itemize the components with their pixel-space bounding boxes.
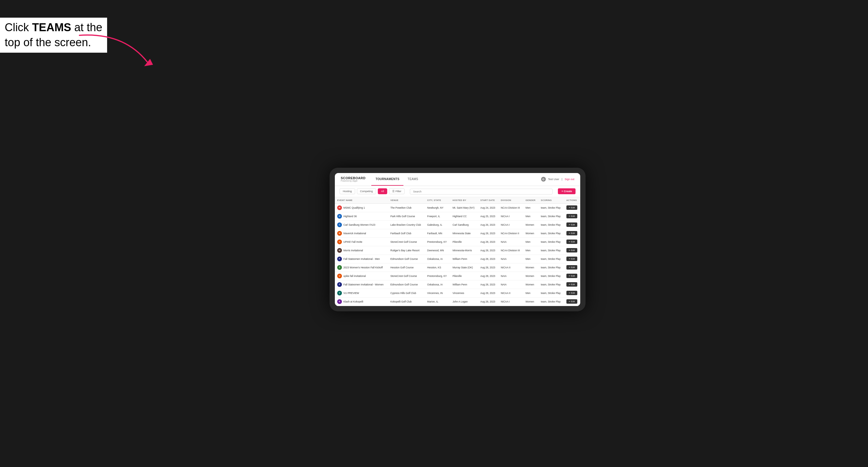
- create-button[interactable]: + Create: [558, 188, 576, 194]
- event-name-text: Maverick Invitational: [343, 232, 366, 235]
- cell-city-state: Prestonsburg, KY: [425, 272, 450, 280]
- cell-actions: Edit: [564, 297, 580, 306]
- cell-city-state: Oskaloosa, IA: [425, 254, 450, 263]
- tab-competing[interactable]: Competing: [357, 188, 376, 194]
- cell-city-state: Faribault, MN: [425, 229, 450, 238]
- cell-start-date: Aug 26, 2023: [478, 220, 498, 229]
- cell-event-name: U upike fall invitational: [335, 272, 388, 280]
- search-bar: [410, 188, 553, 194]
- nav-tournaments[interactable]: TOURNAMENTS: [371, 173, 403, 186]
- team-avatar: U: [337, 240, 342, 244]
- cell-venue: Lake Bracken Country Club: [388, 220, 425, 229]
- search-input[interactable]: [410, 189, 553, 194]
- cell-gender: Women: [523, 229, 538, 238]
- user-name: Test User: [548, 178, 559, 181]
- cell-hosted-by: Minnesota-Morris: [450, 246, 478, 254]
- cell-start-date: Aug 24, 2023: [478, 203, 498, 212]
- cell-division: NICAA I: [498, 297, 523, 306]
- team-avatar: F: [337, 257, 342, 261]
- col-division: DIVISION: [498, 197, 523, 204]
- nav-teams[interactable]: TEAMS: [403, 173, 422, 186]
- cell-venue: Park Hills Golf Course: [388, 212, 425, 220]
- cell-division: NICAA I: [498, 220, 523, 229]
- col-scoring: SCORING: [538, 197, 564, 204]
- edit-button[interactable]: Edit: [566, 274, 577, 278]
- cell-hosted-by: Pikeville: [450, 272, 478, 280]
- sign-out-link[interactable]: Sign out: [565, 178, 575, 181]
- filter-icon: ☰: [392, 190, 395, 193]
- cell-actions: Edit: [564, 229, 580, 238]
- team-avatar: K: [337, 299, 342, 304]
- cell-venue: The Powelton Club: [388, 203, 425, 212]
- edit-button[interactable]: Edit: [566, 299, 577, 304]
- cell-division: NCAA Division III: [498, 203, 523, 212]
- table-row: C Carl Sandburg Women FA23 Lake Bracken …: [335, 220, 580, 229]
- edit-button[interactable]: Edit: [566, 222, 577, 227]
- cell-city-state: Oskaloosa, IA: [425, 280, 450, 289]
- gear-icon[interactable]: ⚙: [541, 177, 546, 182]
- edit-button[interactable]: Edit: [566, 240, 577, 244]
- toolbar: Hosting Competing All ☰ Filter + Create: [335, 186, 580, 197]
- cell-hosted-by: Carl Sandburg: [450, 220, 478, 229]
- cell-start-date: Aug 28, 2023: [478, 272, 498, 280]
- cell-city-state: Prestonsburg, KY: [425, 238, 450, 246]
- table-row: H Highland 36 Park Hills Golf Course Fre…: [335, 212, 580, 220]
- cell-actions: Edit: [564, 280, 580, 289]
- cell-gender: Men: [523, 289, 538, 297]
- cell-actions: Edit: [564, 203, 580, 212]
- table-row: M Maverick Invitational Faribault Golf C…: [335, 229, 580, 238]
- cell-event-name: U UPIKE Fall Invite: [335, 238, 388, 246]
- cell-scoring: team, Stroke Play: [538, 212, 564, 220]
- event-name-text: upike fall invitational: [343, 275, 366, 278]
- edit-button[interactable]: Edit: [566, 206, 577, 210]
- edit-button[interactable]: Edit: [566, 282, 577, 287]
- cell-scoring: team, Stroke Play: [538, 203, 564, 212]
- edit-button[interactable]: Edit: [566, 231, 577, 236]
- cell-gender: Women: [523, 272, 538, 280]
- svg-marker-0: [144, 59, 153, 66]
- cell-scoring: team, Stroke Play: [538, 254, 564, 263]
- edit-button[interactable]: Edit: [566, 265, 577, 270]
- event-name-text: Fall Statesmen Invitational - Women: [343, 283, 383, 286]
- tab-all[interactable]: All: [378, 188, 387, 194]
- cell-division: NAIA: [498, 272, 523, 280]
- cell-city-state: Freeport, IL: [425, 212, 450, 220]
- cell-start-date: Aug 25, 2023: [478, 212, 498, 220]
- cell-venue: Edmundson Golf Course: [388, 280, 425, 289]
- edit-button[interactable]: Edit: [566, 248, 577, 252]
- edit-button[interactable]: Edit: [566, 291, 577, 295]
- edit-button[interactable]: Edit: [566, 214, 577, 218]
- cell-city-state: Hesston, KS: [425, 263, 450, 272]
- team-avatar: V: [337, 291, 342, 295]
- filter-button[interactable]: ☰ Filter: [389, 188, 405, 194]
- team-avatar: H: [337, 214, 342, 219]
- logo-title: SCOREBOARD: [341, 177, 366, 180]
- instruction-text: Click TEAMS at thetop of the screen.: [0, 18, 107, 53]
- cell-venue: Cypress Hills Golf Club: [388, 289, 425, 297]
- table-row: V VU PREVIEW Cypress Hills Golf Club Vin…: [335, 289, 580, 297]
- cell-venue: StoneCrest Golf Course: [388, 272, 425, 280]
- edit-button[interactable]: Edit: [566, 257, 577, 261]
- cell-gender: Men: [523, 212, 538, 220]
- cell-gender: Men: [523, 203, 538, 212]
- cell-scoring: team, Stroke Play: [538, 238, 564, 246]
- tab-hosting[interactable]: Hosting: [340, 188, 355, 194]
- table-row: M MSMC Qualifying 1 The Powelton Club Ne…: [335, 203, 580, 212]
- cell-hosted-by: Pikeville: [450, 238, 478, 246]
- cell-hosted-by: Mt. Saint Mary (NY): [450, 203, 478, 212]
- cell-event-name: H Highland 36: [335, 212, 388, 220]
- cell-hosted-by: John A Logan: [450, 297, 478, 306]
- event-name-text: Carl Sandburg Women FA23: [343, 223, 375, 226]
- cell-event-name: M MSMC Qualifying 1: [335, 203, 388, 212]
- cell-scoring: team, Stroke Play: [538, 280, 564, 289]
- cell-venue: Faribault Golf Club: [388, 229, 425, 238]
- cell-event-name: K Klash at Kokopelli: [335, 297, 388, 306]
- cell-division: NAIA: [498, 254, 523, 263]
- cell-scoring: team, Stroke Play: [538, 272, 564, 280]
- cell-division: NAIA: [498, 238, 523, 246]
- cell-gender: Men: [523, 238, 538, 246]
- cell-venue: StoneCrest Golf Course: [388, 238, 425, 246]
- cell-venue: Ruttger's Bay Lake Resort: [388, 246, 425, 254]
- cell-start-date: Aug 28, 2023: [478, 238, 498, 246]
- tournaments-table: EVENT NAME VENUE CITY, STATE HOSTED BY S…: [335, 197, 580, 306]
